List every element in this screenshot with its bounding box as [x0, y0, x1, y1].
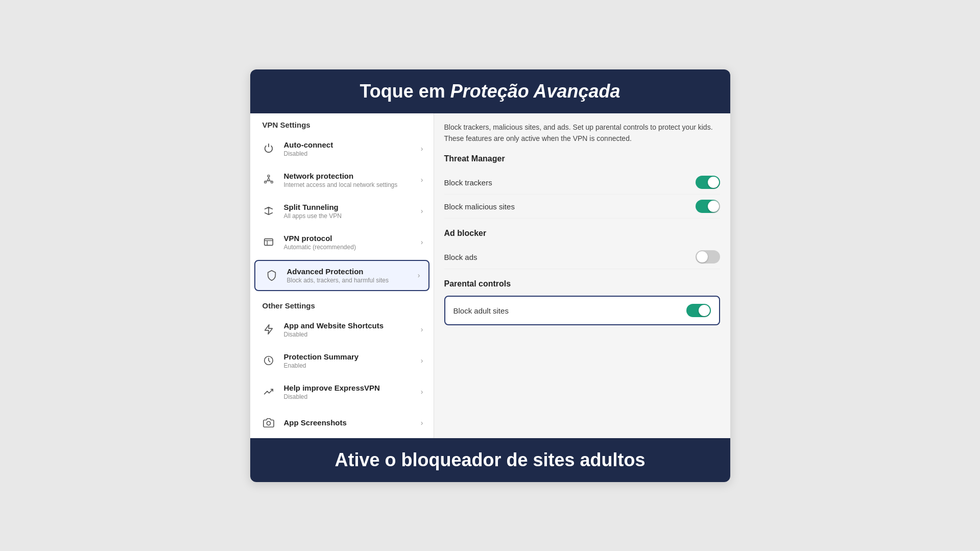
shortcuts-icon: [260, 321, 277, 338]
network-protection-content: Network protection Internet access and l…: [284, 172, 421, 188]
menu-item-protection-summary[interactable]: Protection Summary Enabled ›: [250, 345, 434, 376]
right-panel: Block trackers, malicious sites, and ads…: [434, 113, 730, 438]
power-icon: [260, 140, 277, 157]
block-ads-row: Block ads: [444, 245, 720, 269]
block-ads-toggle[interactable]: [696, 250, 720, 263]
threat-manager-title: Threat Manager: [444, 154, 720, 163]
network-protection-title: Network protection: [284, 172, 421, 180]
block-malicious-row: Block malicious sites: [444, 195, 720, 219]
vpn-protocol-title: VPN protocol: [284, 234, 421, 243]
bottom-banner: Ative o bloqueador de sites adultos: [250, 438, 730, 482]
auto-connect-title: Auto-connect: [284, 140, 421, 149]
network-protection-subtitle: Internet access and local network settin…: [284, 181, 421, 188]
split-tunneling-chevron: ›: [421, 207, 423, 215]
help-improve-subtitle: Disabled: [284, 393, 421, 400]
menu-item-auto-connect[interactable]: Auto-connect Disabled ›: [250, 133, 434, 164]
advanced-protection-content: Advanced Protection Block ads, trackers,…: [287, 267, 418, 284]
protection-summary-subtitle: Enabled: [284, 362, 421, 369]
parental-controls-title: Parental controls: [444, 279, 720, 289]
block-ads-label: Block ads: [444, 253, 477, 261]
auto-connect-subtitle: Disabled: [284, 150, 421, 157]
block-trackers-toggle[interactable]: [696, 176, 720, 189]
app-shortcuts-title: App and Website Shortcuts: [284, 321, 421, 330]
advanced-protection-title: Advanced Protection: [287, 267, 418, 276]
split-icon: [260, 203, 277, 219]
vpn-section-header: VPN Settings: [250, 113, 434, 133]
app-shortcuts-chevron: ›: [421, 325, 423, 333]
svg-point-11: [267, 421, 270, 425]
vpn-protocol-subtitle: Automatic (recommended): [284, 244, 421, 251]
advanced-protection-description: Block trackers, malicious sites, and ads…: [444, 122, 720, 145]
network-protection-chevron: ›: [421, 176, 423, 184]
svg-line-3: [265, 181, 268, 181]
protection-summary-content: Protection Summary Enabled: [284, 352, 421, 369]
help-improve-title: Help improve ExpressVPN: [284, 384, 421, 392]
top-banner-text: Toque em Proteção Avançada: [360, 81, 620, 102]
block-adult-toggle[interactable]: [686, 304, 711, 317]
menu-item-network-protection[interactable]: Network protection Internet access and l…: [250, 164, 434, 196]
block-trackers-label: Block trackers: [444, 178, 492, 187]
parental-controls-box: Block adult sites: [444, 296, 720, 325]
auto-connect-chevron: ›: [421, 145, 423, 153]
advanced-protection-chevron: ›: [418, 271, 420, 279]
left-panel: VPN Settings Auto-connect Disabled › Net: [250, 113, 434, 438]
help-improve-content: Help improve ExpressVPN Disabled: [284, 384, 421, 400]
app-shortcuts-subtitle: Disabled: [284, 331, 421, 338]
svg-rect-6: [268, 175, 270, 177]
app-screenshots-chevron: ›: [421, 419, 423, 427]
top-banner: Toque em Proteção Avançada: [250, 69, 730, 113]
svg-line-4: [269, 181, 272, 181]
network-icon: [260, 172, 277, 188]
menu-item-app-shortcuts[interactable]: App and Website Shortcuts Disabled ›: [250, 314, 434, 345]
ad-blocker-title: Ad blocker: [444, 229, 720, 238]
shield-icon: [264, 267, 280, 283]
menu-item-vpn-protocol[interactable]: VPN protocol Automatic (recommended) ›: [250, 227, 434, 258]
split-tunneling-title: Split Tunneling: [284, 203, 421, 211]
menu-item-app-screenshots[interactable]: App Screenshots ›: [250, 408, 434, 438]
block-malicious-label: Block malicious sites: [444, 202, 515, 211]
summary-icon: [260, 352, 277, 369]
camera-icon: [260, 415, 277, 431]
help-improve-chevron: ›: [421, 388, 423, 396]
bottom-banner-text: Ative o bloqueador de sites adultos: [334, 449, 645, 470]
menu-item-split-tunneling[interactable]: Split Tunneling All apps use the VPN ›: [250, 196, 434, 227]
protection-summary-title: Protection Summary: [284, 352, 421, 361]
svg-rect-2: [271, 181, 273, 183]
protocol-icon: [260, 234, 277, 250]
auto-connect-content: Auto-connect Disabled: [284, 140, 421, 157]
split-tunneling-content: Split Tunneling All apps use the VPN: [284, 203, 421, 220]
block-adult-label: Block adult sites: [453, 306, 509, 315]
block-malicious-toggle[interactable]: [696, 200, 720, 213]
protection-summary-chevron: ›: [421, 356, 423, 365]
block-trackers-row: Block trackers: [444, 171, 720, 195]
svg-rect-1: [268, 179, 270, 181]
app-screenshots-title: App Screenshots: [284, 418, 421, 427]
menu-item-advanced-protection[interactable]: Advanced Protection Block ads, trackers,…: [254, 260, 429, 291]
svg-rect-0: [264, 181, 266, 183]
vpn-protocol-content: VPN protocol Automatic (recommended): [284, 234, 421, 251]
app-shortcuts-content: App and Website Shortcuts Disabled: [284, 321, 421, 338]
svg-rect-7: [264, 239, 273, 246]
chart-icon: [260, 384, 277, 400]
advanced-protection-subtitle: Block ads, trackers, and harmful sites: [287, 277, 418, 284]
app-screenshots-content: App Screenshots: [284, 418, 421, 427]
app-container: Toque em Proteção Avançada VPN Settings …: [250, 69, 730, 482]
menu-item-help-improve[interactable]: Help improve ExpressVPN Disabled ›: [250, 376, 434, 408]
other-settings-header: Other Settings: [250, 293, 434, 314]
split-tunneling-subtitle: All apps use the VPN: [284, 212, 421, 220]
vpn-protocol-chevron: ›: [421, 238, 423, 246]
main-content: VPN Settings Auto-connect Disabled › Net: [250, 113, 730, 438]
